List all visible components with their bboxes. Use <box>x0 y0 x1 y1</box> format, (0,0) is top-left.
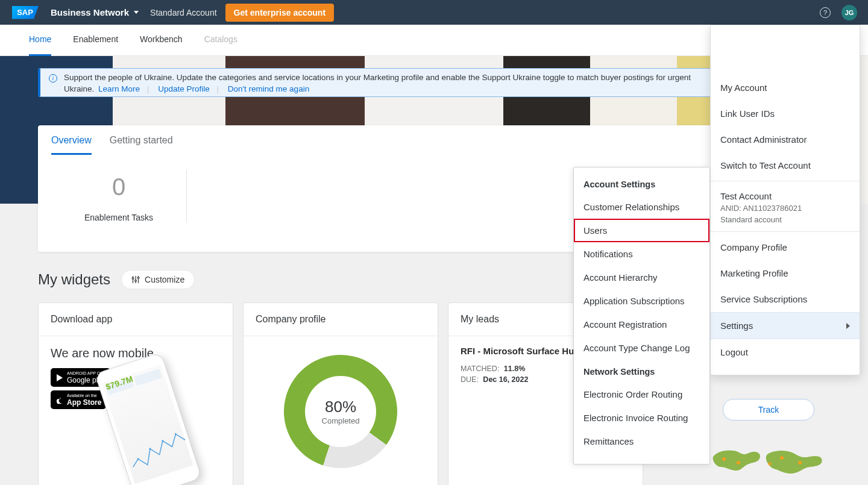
nav-enablement[interactable]: Enablement <box>73 24 118 56</box>
matched-label: MATCHED: <box>461 365 499 373</box>
flyout-account-hierarchy[interactable]: Account Hierarchy <box>574 266 709 289</box>
widget-download-app: Download app We are now mobile. ANDROID … <box>38 302 233 485</box>
svg-point-11 <box>722 457 726 461</box>
flyout-application-subscriptions[interactable]: Application Subscriptions <box>574 289 709 313</box>
svg-point-5 <box>137 277 139 279</box>
widgets-header: My widgets Customize <box>38 270 195 289</box>
chevron-right-icon <box>846 323 850 329</box>
info-icon: i <box>49 74 57 83</box>
settings-flyout: Account Settings Customer Relationships … <box>573 167 710 465</box>
svg-point-12 <box>737 461 740 465</box>
sliders-icon <box>131 275 140 284</box>
banner-update-profile-link[interactable]: Update Profile <box>158 84 210 93</box>
menu-company-profile[interactable]: Company Profile <box>711 234 860 260</box>
nav-home[interactable]: Home <box>29 24 51 56</box>
menu-separator <box>711 231 860 232</box>
flyout-electronic-invoice-routing[interactable]: Electronic Invoice Routing <box>574 406 709 430</box>
menu-settings[interactable]: Settings <box>711 312 860 339</box>
tab-overview[interactable]: Overview <box>51 135 92 155</box>
nav-workbench[interactable]: Workbench <box>140 24 183 56</box>
widgets-title: My widgets <box>38 271 110 288</box>
enablement-count: 0 <box>51 174 186 201</box>
menu-link-user-ids[interactable]: Link User IDs <box>711 101 860 127</box>
customize-button[interactable]: Customize <box>121 270 195 289</box>
menu-my-account[interactable]: My Account <box>711 75 860 101</box>
caret-down-icon[interactable] <box>134 11 139 14</box>
widget-title: Download app <box>39 303 233 336</box>
meta-standard: Standard account <box>720 215 850 224</box>
flyout-type-change-log[interactable]: Account Type Change Log <box>574 336 709 360</box>
banner-line2-word: Ukraine. <box>64 84 94 93</box>
phone-illustration: $79.7M <box>113 360 215 485</box>
enablement-label: Enablement Tasks <box>51 213 186 222</box>
due-value: Dec 16, 2022 <box>483 375 528 384</box>
menu-logout[interactable]: Logout <box>711 339 860 365</box>
meta-test-account: Test Account <box>720 191 850 201</box>
donut-percent: 80% <box>325 398 356 416</box>
tab-getting-started[interactable]: Getting started <box>110 135 173 155</box>
widget-company-profile: Company profile 80% Completed Complete y… <box>243 302 438 485</box>
flyout-account-registration[interactable]: Account Registration <box>574 313 709 336</box>
account-type-label: Standard Account <box>150 8 217 17</box>
world-map-icon <box>709 446 830 482</box>
widget-title: Company profile <box>244 303 438 336</box>
app-title[interactable]: Business Network <box>51 7 129 17</box>
svg-point-3 <box>135 280 137 282</box>
menu-switch-test[interactable]: Switch to Test Account <box>711 152 860 178</box>
menu-service-subs[interactable]: Service Subscriptions <box>711 286 860 312</box>
matched-value: 11.8% <box>504 365 525 373</box>
banner-line1: Support the people of Ukraine. Update th… <box>64 73 691 82</box>
flyout-notifications[interactable]: Notifications <box>574 242 709 266</box>
top-bar: SAP Business Network Standard Account Ge… <box>0 0 868 25</box>
banner-sep: | <box>216 84 219 93</box>
svg-point-15 <box>769 463 772 466</box>
menu-marketing-profile[interactable]: Marketing Profile <box>711 260 860 286</box>
svg-point-14 <box>798 461 802 465</box>
customize-label: Customize <box>145 275 184 284</box>
flyout-header-account: Account Settings <box>574 176 709 195</box>
due-label: DUE: <box>461 375 479 384</box>
help-icon[interactable]: ? <box>820 7 831 18</box>
flyout-remittances[interactable]: Remittances <box>574 430 709 453</box>
get-enterprise-button[interactable]: Get enterprise account <box>225 4 335 22</box>
menu-separator <box>711 181 860 181</box>
banner-text: Support the people of Ukraine. Update th… <box>64 72 691 95</box>
google-play-icon <box>55 374 64 382</box>
profile-dropdown: My Account Link User IDs Contact Adminis… <box>710 25 860 375</box>
banner-learn-more-link[interactable]: Learn More <box>98 84 140 93</box>
sparkline-icon <box>125 426 193 479</box>
banner-sep: | <box>147 84 149 93</box>
apple-icon <box>55 396 64 404</box>
svg-marker-6 <box>57 374 63 381</box>
profile-completion-donut: 80% Completed <box>269 340 412 483</box>
menu-contact-admin[interactable]: Contact Administrator <box>711 127 860 152</box>
app-store-badge[interactable]: Available on theApp Store <box>51 390 106 409</box>
avatar[interactable]: JG <box>841 5 857 20</box>
nav-catalogs: Catalogs <box>204 24 237 56</box>
banner-dismiss-link[interactable]: Don't remind me again <box>228 84 309 93</box>
flyout-customer-relationships[interactable]: Customer Relationships <box>574 195 709 219</box>
mobile-headline: We are now mobile. <box>51 346 221 361</box>
enablement-tasks-block[interactable]: 0 Enablement Tasks <box>51 170 187 222</box>
track-button[interactable]: Track <box>723 399 814 421</box>
svg-point-1 <box>132 278 134 280</box>
flyout-header-network: Network Settings <box>574 360 709 383</box>
widget-row: Download app We are now mobile. ANDROID … <box>38 302 643 485</box>
flyout-electronic-order-routing[interactable]: Electronic Order Routing <box>574 383 709 406</box>
menu-account-meta: Test Account ANID: AN11023786021 Standar… <box>711 184 860 229</box>
meta-anid: ANID: AN11023786021 <box>720 204 850 213</box>
svg-point-13 <box>780 456 784 460</box>
donut-sublabel: Completed <box>322 416 360 425</box>
track-pill-container: Track <box>723 399 814 421</box>
sap-logo: SAP <box>12 6 39 19</box>
flyout-users[interactable]: Users <box>574 219 709 242</box>
